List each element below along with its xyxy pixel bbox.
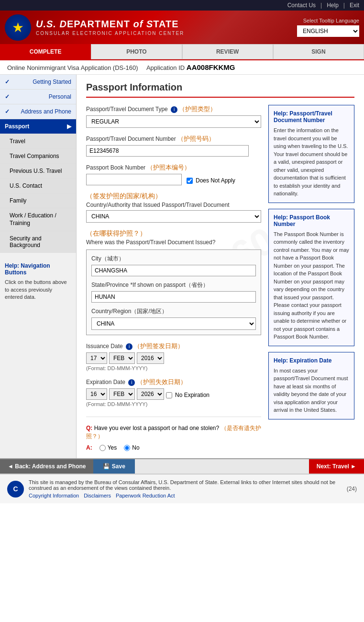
passport-type-group: Passport/Travel Document Type i （护照类型） R…	[86, 105, 261, 128]
help-expiration-title: Help: Expiration Date	[274, 357, 349, 364]
issuance-date-info-icon[interactable]: i	[126, 343, 132, 350]
no-expiration-label[interactable]: No Expiration	[175, 392, 210, 398]
passport-book-label: Passport Book Number （护照本编号）	[86, 163, 261, 172]
lost-passport-section: Q: Have you ever lost a passport or had …	[86, 417, 261, 451]
help-passport-number-title: Help: Passport/Travel Document Number	[274, 110, 349, 124]
passport-number-input[interactable]	[86, 145, 249, 157]
sidebar-item-getting-started[interactable]: Getting Started	[0, 75, 76, 90]
state-input[interactable]	[91, 291, 256, 303]
sidebar-item-personal[interactable]: Personal	[0, 90, 76, 104]
copyright-link[interactable]: Copyright Information	[29, 493, 79, 498]
yes-radio-label[interactable]: Yes	[99, 444, 117, 451]
state-label: State/Province *If shown on passport（省份）	[91, 281, 256, 289]
help-panel: Help: Passport/Travel Document Number En…	[268, 105, 354, 451]
footer-logo: C	[7, 481, 24, 498]
sidebar-item-travel[interactable]: Travel	[0, 134, 76, 149]
tab-sign[interactable]: SIGN	[273, 44, 364, 59]
sidebar: Getting Started Personal Address and Pho…	[0, 75, 77, 458]
no-expiration-checkbox[interactable]	[166, 392, 172, 398]
help-passport-number-box: Help: Passport/Travel Document Number En…	[268, 105, 354, 203]
contact-link[interactable]: Contact Us	[287, 2, 316, 9]
city-input[interactable]	[91, 265, 256, 276]
country-label: Country/Region（国家/地区）	[91, 307, 256, 316]
sidebar-item-prev-us-travel[interactable]: Previous U.S. Travel	[0, 164, 76, 179]
tab-photo[interactable]: PHOTO	[91, 44, 182, 59]
passport-number-group: Passport/Travel Document Number （护照号码）	[86, 135, 261, 157]
does-not-apply-checkbox[interactable]	[187, 178, 193, 184]
site-title: U.S. DEPARTMENT of STATE CONSULAR ELECTR…	[36, 19, 184, 36]
expiration-date-info-icon[interactable]: i	[128, 379, 135, 386]
issued-where-label: Where was the Passport/Travel Document I…	[86, 239, 261, 246]
state-group: State/Province *If shown on passport（省份）	[91, 281, 256, 303]
issuance-month-select[interactable]: FEB	[109, 352, 135, 364]
country-region-group: Country/Region（国家/地区） CHINA UNITED STATE…	[91, 307, 256, 330]
sidebar-item-passport[interactable]: Passport ▶	[0, 119, 76, 134]
form-name-label: Online Nonimmigrant Visa Application (DS…	[7, 64, 138, 71]
passport-type-label: Passport/Travel Document Type i （护照类型）	[86, 105, 261, 113]
save-button[interactable]: 💾 Save	[93, 459, 134, 474]
sidebar-item-family[interactable]: Family	[0, 193, 76, 208]
passport-number-label: Passport/Travel Document Number （护照号码）	[86, 135, 261, 143]
paperwork-link[interactable]: Paperwork Reduction Act	[116, 493, 175, 498]
country-region-select[interactable]: CHINA UNITED STATES	[91, 317, 256, 330]
passport-type-info-icon[interactable]: i	[171, 106, 177, 113]
no-radio-label[interactable]: No	[124, 444, 139, 451]
sidebar-item-address[interactable]: Address and Phone	[0, 104, 76, 119]
expiration-month-select[interactable]: FEB	[109, 388, 135, 400]
issuance-date-group: Issuance Date i （护照签发日期） 17 FEB	[86, 342, 261, 371]
page-number: (24)	[347, 486, 357, 492]
issuance-format: (Format: DD-MMM-YYYY)	[86, 365, 261, 371]
no-radio[interactable]	[124, 445, 130, 451]
nav-tabs: COMPLETE PHOTO REVIEW SIGN	[0, 44, 364, 60]
issuing-country-select[interactable]: CHINA UNITED STATES	[86, 210, 261, 223]
expiration-year-select[interactable]: 2026	[137, 388, 164, 400]
issuing-country-group: （签发护照的国家/机构） Country/Authority that Issu…	[86, 192, 261, 223]
help-book-number-title: Help: Passport Book Number	[274, 214, 349, 227]
top-bar: Contact Us | Help | Exit	[0, 0, 364, 11]
form-section: Passport/Travel Document Type i （护照类型） R…	[86, 105, 354, 451]
help-expiration-box: Help: Expiration Date In most cases your…	[268, 352, 354, 419]
expiration-format: (Format: DD-MMM-YYYY)	[86, 401, 261, 407]
expiration-date-group: Expiration Date i （护照失效日期） 16 FEB	[86, 378, 261, 407]
app-id-value: AA008FKKMG	[187, 63, 235, 71]
page-title: Passport Information	[86, 82, 354, 98]
header: ★ U.S. DEPARTMENT of STATE CONSULAR ELEC…	[0, 11, 364, 44]
exit-link[interactable]: Exit	[350, 2, 359, 9]
city-group: City（城市）	[91, 255, 256, 276]
passport-book-input[interactable]	[86, 174, 182, 185]
seal-logo: ★	[5, 14, 31, 41]
yes-radio[interactable]	[99, 445, 106, 451]
issuance-date-label: Issuance Date i （护照签发日期）	[86, 342, 261, 351]
sidebar-item-work-edu[interactable]: Work / Education / Training	[0, 208, 76, 231]
footer-text: This site is managed by the Bureau of Co…	[29, 479, 342, 491]
issuing-country-chinese-label: （签发护照的国家/机构）	[86, 192, 261, 201]
arrow-icon: ▶	[67, 123, 71, 130]
passport-type-select[interactable]: REGULAR OFFICIAL DIPLOMATIC LAISSEZ-PASS…	[86, 115, 261, 128]
help-book-number-text: The Passport Book Number is commonly cal…	[274, 230, 349, 341]
help-book-number-box: Help: Passport Book Number The Passport …	[268, 209, 354, 346]
nav-help-text: Click on the buttons above to access pre…	[5, 279, 71, 301]
footer: C This site is managed by the Bureau of …	[0, 474, 364, 503]
bottom-nav: ◄ Back: Address and Phone 💾 Save Next: T…	[0, 458, 364, 474]
does-not-apply-label[interactable]: Does Not Apply	[196, 177, 235, 184]
sidebar-item-travel-companions[interactable]: Travel Companions	[0, 149, 76, 164]
city-label: City（城市）	[91, 255, 256, 263]
expiration-day-select[interactable]: 16	[86, 388, 107, 400]
disclaimers-link[interactable]: Disclaimers	[84, 493, 111, 498]
sidebar-item-security[interactable]: Security and Background	[0, 231, 76, 253]
next-button[interactable]: Next: Travel ►	[309, 459, 364, 474]
issued-where-group: （在哪获得护照？） Where was the Passport/Travel …	[86, 229, 261, 335]
nav-help-box: Help: Navigation Buttons Click on the bu…	[0, 258, 76, 305]
tab-review[interactable]: REVIEW	[182, 44, 273, 59]
sidebar-item-us-contact[interactable]: U.S. Contact	[0, 179, 76, 193]
lang-label: Select Tooltip Language	[297, 18, 359, 23]
back-button[interactable]: ◄ Back: Address and Phone	[0, 459, 93, 474]
app-id-bar: Online Nonimmigrant Visa Application (DS…	[0, 60, 364, 75]
issuance-day-select[interactable]: 17	[86, 352, 107, 364]
passport-book-number-group: Passport Book Number （护照本编号） Does Not Ap…	[86, 163, 261, 185]
help-link[interactable]: Help	[327, 2, 339, 9]
issuance-year-select[interactable]: 2016	[137, 352, 164, 364]
language-select[interactable]: ENGLISH	[297, 25, 359, 37]
help-expiration-text: In most cases your passport/Travel Docum…	[274, 367, 349, 414]
tab-complete[interactable]: COMPLETE	[0, 44, 91, 59]
